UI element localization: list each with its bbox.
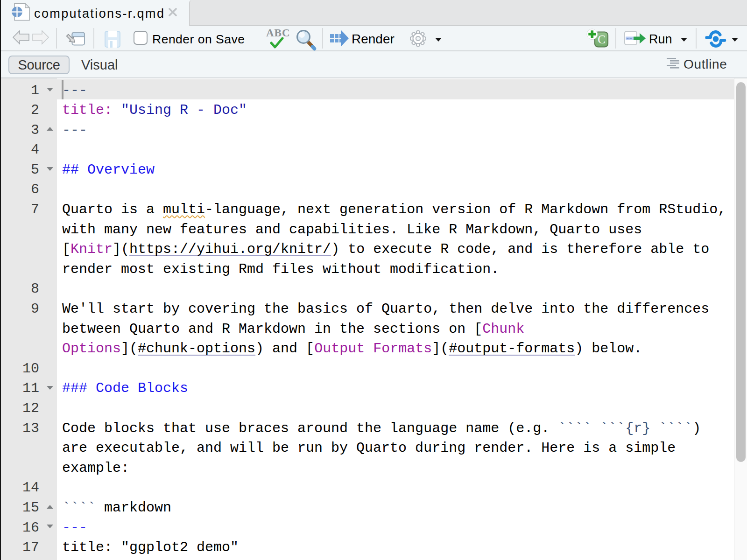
svg-text:C: C	[598, 33, 606, 46]
